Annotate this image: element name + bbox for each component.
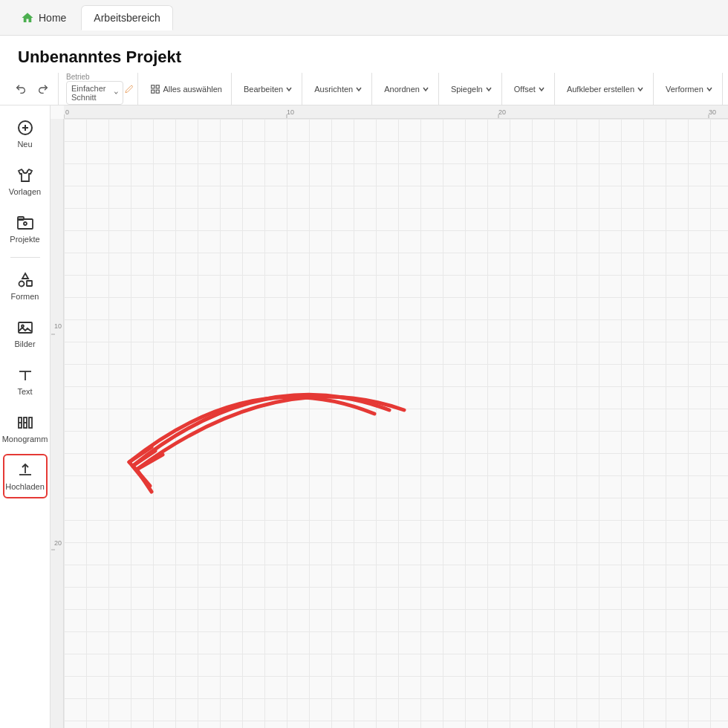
folder-icon	[16, 214, 34, 232]
operation-value: Einfacher Schnitt	[71, 84, 112, 102]
shapes-icon	[16, 271, 34, 289]
warp-chevron-icon	[706, 85, 713, 93]
sidebar-item-hochladen[interactable]: Hochladen	[3, 454, 48, 498]
operation-group: Betrieb Einfacher Schnitt	[62, 73, 138, 105]
left-sidebar: Neu Vorlagen Projekte	[0, 105, 51, 728]
svg-rect-1	[157, 85, 160, 88]
align-group: Ausrichten	[305, 73, 372, 105]
align-label: Ausrichten	[314, 85, 353, 94]
select-all-label: Alles auswählen	[163, 85, 222, 94]
arrange-label: Anordnen	[384, 85, 420, 94]
sticker-label: Aufkleber erstellen	[567, 85, 634, 94]
edit-chevron-icon	[285, 85, 293, 93]
ruler-left: 10 20	[51, 119, 64, 728]
svg-rect-3	[157, 90, 160, 93]
ruler-tick-30: 30	[709, 108, 716, 116]
mirror-chevron-icon	[485, 85, 493, 93]
home-tab[interactable]: Home	[9, 5, 78, 30]
sticker-button[interactable]: Aufkleber erstellen	[562, 82, 649, 97]
workspace-tab-label: Arbeitsbereich	[94, 12, 160, 24]
image-icon	[16, 319, 34, 337]
offset-button[interactable]: Offset	[510, 82, 550, 97]
align-chevron-icon	[355, 85, 363, 93]
monogram-icon	[16, 414, 34, 432]
mirror-label: Spiegeln	[451, 85, 483, 94]
edit-label: Bearbeiten	[244, 85, 283, 94]
ruler-top-ticks-svg	[64, 105, 728, 118]
svg-rect-2	[152, 90, 155, 93]
sidebar-item-text-label: Text	[17, 387, 32, 396]
undo-button[interactable]	[10, 80, 31, 98]
main-toolbar: Betrieb Einfacher Schnitt Alles auswähle…	[0, 73, 728, 105]
pencil-icon	[125, 83, 133, 95]
svg-rect-11	[27, 281, 32, 286]
select-all-button[interactable]: Alles auswählen	[146, 81, 227, 97]
sidebar-item-neu[interactable]: Neu	[3, 111, 48, 156]
offset-group: Offset	[505, 73, 555, 105]
chevron-down-icon	[114, 89, 119, 97]
sidebar-divider-1	[10, 257, 40, 258]
edit-group: Bearbeiten	[235, 73, 302, 105]
sidebar-item-vorlagen[interactable]: Vorlagen	[3, 159, 48, 204]
page-title: Unbenanntes Projekt	[0, 36, 728, 73]
svg-rect-8	[18, 219, 33, 229]
offset-label: Offset	[514, 85, 536, 94]
top-navigation: Home Arbeitsbereich	[0, 0, 728, 36]
operation-label: Betrieb	[66, 73, 123, 81]
ruler-tick-10: 10	[287, 108, 294, 116]
home-tab-label: Home	[39, 12, 66, 24]
sidebar-item-formen-label: Formen	[11, 292, 39, 301]
sidebar-item-vorlagen-label: Vorlagen	[9, 187, 41, 196]
undo-redo-group	[6, 73, 59, 105]
arrange-group: Anordnen	[375, 73, 439, 105]
edit-button[interactable]: Bearbeiten	[239, 82, 297, 97]
warp-label: Verformen	[666, 85, 703, 94]
ruler-tick-0: 0	[65, 108, 69, 116]
sticker-chevron-icon	[637, 85, 644, 93]
svg-rect-19	[29, 417, 32, 428]
text-t-icon	[16, 366, 34, 384]
plus-circle-icon	[16, 119, 34, 137]
upload-icon	[16, 461, 34, 479]
mirror-button[interactable]: Spiegeln	[446, 82, 497, 97]
mirror-group: Spiegeln	[442, 73, 502, 105]
canvas-area[interactable]: 0 10 20 30 10 20	[51, 105, 728, 728]
sidebar-item-projekte-label: Projekte	[10, 235, 39, 244]
ruler-top: 0 10 20 30	[64, 105, 728, 119]
svg-point-9	[24, 222, 27, 225]
sidebar-item-bilder[interactable]: Bilder	[3, 311, 48, 356]
svg-point-12	[19, 282, 24, 287]
shirt-icon	[16, 166, 34, 184]
canvas-grid	[64, 119, 728, 728]
ruler-left-tick-20: 20	[54, 539, 62, 547]
warp-group: Verformen	[657, 73, 723, 105]
svg-rect-0	[152, 85, 155, 88]
sidebar-item-hochladen-label: Hochladen	[5, 482, 45, 491]
home-icon	[21, 11, 34, 25]
offset-chevron-icon	[538, 85, 545, 93]
main-layout: Neu Vorlagen Projekte	[0, 105, 728, 728]
sidebar-item-monogramm[interactable]: Monogramm	[3, 406, 48, 451]
select-all-icon	[150, 84, 160, 94]
svg-point-14	[22, 325, 24, 328]
sidebar-item-projekte[interactable]: Projekte	[3, 207, 48, 251]
arrange-chevron-icon	[422, 85, 429, 93]
ruler-left-ticks-svg	[51, 119, 63, 728]
sticker-group: Aufkleber erstellen	[558, 73, 654, 105]
align-button[interactable]: Ausrichten	[310, 82, 367, 97]
redo-button[interactable]	[33, 80, 53, 98]
ruler-tick-20: 20	[498, 108, 506, 116]
sidebar-item-text[interactable]: Text	[3, 359, 48, 403]
arrange-button[interactable]: Anordnen	[380, 82, 434, 97]
sidebar-item-bilder-label: Bilder	[14, 339, 35, 348]
ruler-left-tick-10: 10	[54, 322, 62, 330]
workspace-tab[interactable]: Arbeitsbereich	[81, 5, 173, 30]
warp-button[interactable]: Verformen	[661, 82, 718, 97]
sidebar-item-formen[interactable]: Formen	[3, 264, 48, 308]
sidebar-item-monogramm-label: Monogramm	[2, 435, 48, 443]
operation-dropdown[interactable]: Einfacher Schnitt	[66, 81, 123, 105]
select-all-group: Alles auswählen	[141, 73, 232, 105]
sidebar-item-neu-label: Neu	[17, 140, 32, 149]
